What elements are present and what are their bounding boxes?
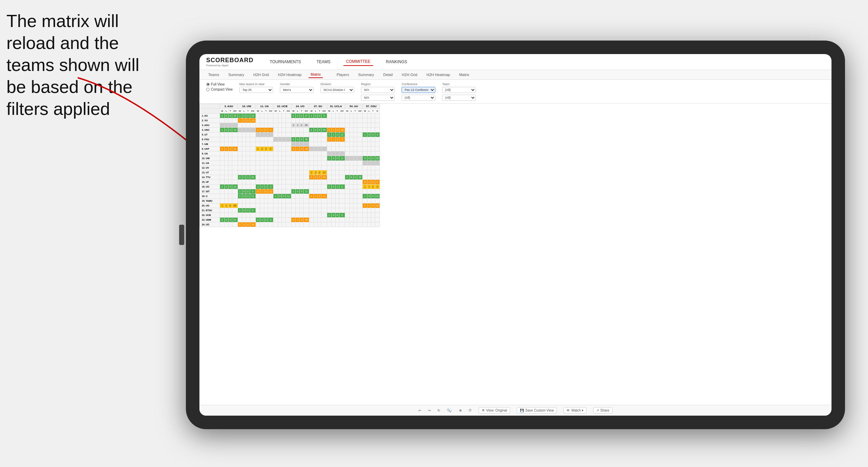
sub-tab-players-summary[interactable]: Summary — [356, 72, 376, 78]
team-sub-select[interactable]: (All) — [442, 95, 476, 101]
matrix-cell: 25 — [304, 218, 309, 222]
col-uw-t: T — [246, 109, 250, 114]
matrix-cell-empty — [220, 151, 225, 156]
nav-teams[interactable]: TEAMS — [314, 58, 333, 66]
matrix-cell-empty — [220, 161, 225, 166]
nav-rankings[interactable]: RANKINGS — [383, 58, 410, 66]
matrix-cell: 0 — [260, 218, 264, 222]
matrix-cell-empty — [224, 118, 228, 123]
sub-tab-h2h-grid[interactable]: H2H Grid — [251, 72, 271, 78]
matrix-cell: 35 — [304, 137, 309, 142]
matrix-cell: 1 — [220, 203, 225, 208]
matrix-cell-empty — [286, 142, 291, 147]
sub-tab-teams[interactable]: Teams — [206, 72, 221, 78]
matrix-cell-empty — [228, 175, 232, 180]
matrix-cell: 0 — [299, 123, 303, 128]
matrix-cell-empty — [304, 166, 309, 170]
col-asu-t: T — [228, 109, 232, 114]
share-btn[interactable]: ↗ Share — [593, 407, 612, 414]
nav-committee[interactable]: COMMITTEE — [343, 58, 373, 66]
matrix-cell-empty — [309, 161, 314, 166]
matrix-cell: 0 — [224, 128, 228, 132]
sub-tab-summary[interactable]: Summary — [226, 72, 246, 78]
sub-tab-h2h-heatmap[interactable]: H2H Heatmap — [276, 72, 304, 78]
conference-sub-select[interactable]: (All) — [402, 95, 435, 101]
matrix-cell-empty — [282, 151, 286, 156]
sub-tab-detail[interactable]: Detail — [381, 72, 395, 78]
sub-tab-players-h2h-grid[interactable]: H2H Grid — [400, 72, 419, 78]
matrix-cell-empty — [339, 180, 345, 185]
redo-icon[interactable]: ↪ — [428, 409, 431, 412]
matrix-cell-empty — [353, 147, 357, 151]
matrix-cell-empty — [256, 156, 260, 161]
sub-tab-players-matrix[interactable]: Matrix — [457, 72, 471, 78]
matrix-cell-empty — [296, 142, 299, 147]
matrix-cell-empty — [238, 185, 242, 189]
row-label: 6. FSU — [200, 137, 220, 142]
compact-view-radio[interactable]: Compact View — [206, 88, 233, 91]
full-view-radio[interactable]: Full View — [206, 82, 233, 86]
matrix-cell-empty — [314, 132, 317, 137]
matrix-cell: 0 — [335, 132, 339, 137]
row-label: 12. UV — [200, 166, 220, 170]
matrix-cell-empty — [314, 208, 317, 213]
matrix-cell-empty — [260, 175, 264, 180]
matrix-cell-empty — [291, 128, 296, 132]
nav-tournaments[interactable]: TOURNAMENTS — [267, 58, 304, 66]
matrix-cell-empty — [220, 118, 225, 123]
region-sub-select[interactable]: N/A — [361, 95, 395, 101]
matrix-cell-empty — [314, 199, 317, 203]
matrix-cell: 1 — [242, 175, 246, 180]
matrix-cell-empty — [232, 208, 238, 213]
conference-select[interactable]: Pac-12 Conference (All) ACC Big Ten — [402, 87, 435, 93]
matrix-cell-empty — [242, 151, 246, 156]
max-teams-select[interactable]: Top 25 Top 50 All — [239, 87, 273, 93]
matrix-cell-empty — [332, 175, 335, 180]
matrix-cell-empty — [273, 161, 278, 166]
zoom-out-icon[interactable]: 🔍- — [447, 409, 452, 412]
watch-btn[interactable]: 👁 Watch ▾ — [563, 407, 586, 414]
matrix-cell-empty — [260, 156, 264, 161]
matrix-cell-empty — [268, 123, 273, 128]
matrix-cell-empty — [345, 199, 349, 203]
matrix-cell-empty — [375, 170, 380, 175]
matrix-cell-empty — [314, 161, 317, 166]
matrix-cell: 1 — [367, 180, 371, 185]
division-select[interactable]: NCAA Division I NCAA Division II NCAA Di… — [320, 87, 354, 93]
matrix-cell-empty — [246, 132, 250, 137]
matrix-scroll-area[interactable]: 3. ASU 10. UW 11. UA 22. UCB 24. UO 27. … — [199, 104, 831, 405]
undo-icon[interactable]: ↩ — [418, 409, 421, 412]
region-select[interactable]: N/A East West — [361, 87, 395, 93]
matrix-cell-empty — [349, 218, 353, 222]
sub-tab-players[interactable]: Players — [335, 72, 351, 78]
gender-select[interactable]: Men's Women's — [280, 87, 314, 93]
col-header-empty — [200, 104, 220, 109]
view-original-btn[interactable]: 👁 View: Original — [479, 407, 510, 414]
save-custom-btn[interactable]: 💾 Save Custom View — [517, 407, 557, 414]
matrix-cell-empty — [256, 142, 260, 147]
matrix-cell-empty — [264, 118, 268, 123]
matrix-cell-empty — [367, 189, 371, 194]
matrix-cell-empty — [345, 185, 349, 189]
matrix-cell-empty — [228, 132, 232, 137]
matrix-cell-empty — [321, 118, 327, 123]
refresh-icon[interactable]: ↻ — [437, 409, 440, 412]
matrix-cell: 35 — [321, 128, 327, 132]
matrix-cell: 0 — [335, 128, 339, 132]
sub-tab-players-h2h-heatmap[interactable]: H2H Heatmap — [425, 72, 452, 78]
matrix-cell-empty — [332, 123, 335, 128]
matrix-cell-empty — [268, 142, 273, 147]
matrix-cell-empty — [375, 189, 380, 194]
matrix-cell-empty — [242, 128, 246, 132]
col-uo-dif: Dif — [304, 109, 309, 114]
bottom-toolbar: ↩ ↪ ↻ 🔍- ⊕ ⏱ 👁 View: Original 💾 Save Cus… — [199, 405, 831, 416]
matrix-cell-empty — [332, 142, 335, 147]
matrix-cell-empty — [299, 166, 303, 170]
matrix-cell-empty — [228, 142, 232, 147]
matrix-cell-empty — [353, 218, 357, 222]
matrix-cell: 0 — [224, 218, 228, 222]
matrix-cell-empty — [335, 166, 339, 170]
col-uo-t: T — [299, 109, 303, 114]
sub-tab-matrix[interactable]: Matrix — [309, 71, 323, 78]
team-select[interactable]: (All) — [442, 87, 476, 93]
